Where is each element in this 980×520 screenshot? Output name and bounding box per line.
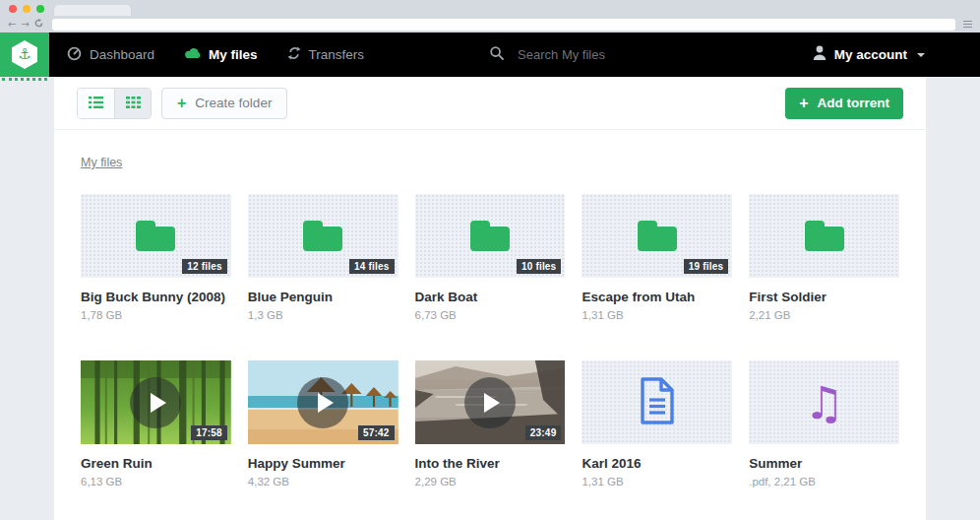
file-thumbnail[interactable]: 12 files: [81, 194, 231, 278]
folder-icon: [300, 218, 345, 255]
file-card[interactable]: 23:49Into the River2,29 GB: [415, 360, 566, 488]
plus-icon: +: [177, 96, 186, 111]
back-icon[interactable]: ←: [8, 20, 16, 30]
nav-item-label: Dashboard: [90, 47, 154, 62]
account-menu[interactable]: My account: [813, 45, 925, 64]
file-thumbnail[interactable]: 57:42: [248, 360, 398, 444]
main-panel: + Create folder + Add torrent My files 1…: [54, 77, 926, 520]
file-card[interactable]: Karl 20161,31 GB: [582, 360, 732, 488]
file-name[interactable]: First Soldier: [749, 290, 899, 304]
file-name[interactable]: Dark Boat: [415, 290, 566, 304]
file-thumbnail[interactable]: 17:58: [81, 360, 231, 444]
file-size: 6,73 GB: [415, 309, 566, 321]
file-card[interactable]: 57:42Happy Summer4,32 GB: [248, 360, 398, 488]
music-note-icon: ♫: [804, 380, 844, 425]
duration-badge: 17:58: [191, 425, 227, 440]
browser-toolbar: ← →: [0, 16, 980, 32]
file-size: 2,21 GB: [749, 309, 899, 321]
file-name[interactable]: Blue Penguin: [248, 290, 398, 304]
file-name[interactable]: Green Ruin: [81, 456, 231, 471]
file-name[interactable]: Into the River: [415, 456, 566, 471]
nav-item-label: Transfers: [309, 47, 365, 62]
file-count-badge: 19 files: [684, 259, 729, 274]
nav-item-label: My files: [209, 47, 258, 62]
file-grid: 12 filesBig Buck Bunny (2008)1,78 GB14 f…: [81, 194, 899, 488]
browser-chrome: ← →: [0, 0, 980, 32]
file-name[interactable]: Karl 2016: [582, 456, 732, 471]
file-thumbnail[interactable]: 19 files: [582, 194, 732, 278]
file-thumbnail[interactable]: ♫: [749, 360, 899, 444]
files-content: My files 12 filesBig Buck Bunny (2008)1,…: [54, 130, 926, 488]
file-count-badge: 10 files: [517, 259, 562, 274]
file-card[interactable]: 17:58Green Ruin6,13 GB: [81, 360, 231, 488]
cloud-icon: [184, 47, 201, 62]
file-card[interactable]: First Soldier2,21 GB: [749, 194, 899, 321]
browser-tab[interactable]: [54, 5, 131, 16]
file-name[interactable]: Big Buck Bunny (2008): [81, 290, 231, 304]
nav-item-my-files[interactable]: My files: [184, 47, 258, 62]
file-card[interactable]: 12 filesBig Buck Bunny (2008)1,78 GB: [81, 194, 231, 321]
minimize-window-icon[interactable]: [23, 5, 31, 13]
app-navbar: ⚓ Dashboard My files Transfers: [0, 32, 980, 77]
file-name[interactable]: Escape from Utah: [582, 290, 732, 304]
search-input[interactable]: [518, 47, 695, 62]
gauge-icon: [67, 46, 82, 64]
create-folder-label: Create folder: [195, 96, 272, 110]
close-window-icon[interactable]: [9, 5, 17, 13]
maximize-window-icon[interactable]: [36, 5, 44, 13]
file-card[interactable]: 14 filesBlue Penguin1,3 GB: [248, 194, 398, 321]
forward-icon[interactable]: →: [21, 20, 29, 30]
file-thumbnail[interactable]: 10 files: [415, 194, 566, 278]
account-label: My account: [834, 47, 907, 62]
file-card[interactable]: ♫Summer.pdf, 2,21 GB: [749, 360, 899, 488]
file-thumbnail[interactable]: [582, 360, 732, 444]
search: [490, 46, 695, 64]
file-size: 1,78 GB: [81, 309, 231, 321]
file-size: 1,31 GB: [582, 309, 732, 321]
file-name[interactable]: Summer: [749, 456, 899, 471]
sync-icon: [287, 46, 301, 63]
browser-tab-strip: [0, 0, 980, 16]
files-toolbar: + Create folder + Add torrent: [54, 77, 926, 130]
file-thumbnail[interactable]: 23:49: [415, 360, 566, 444]
grid-view-button[interactable]: [114, 89, 151, 118]
nav-item-dashboard[interactable]: Dashboard: [67, 46, 154, 64]
file-thumbnail[interactable]: 14 files: [248, 194, 398, 278]
create-folder-button[interactable]: + Create folder: [161, 88, 287, 119]
list-view-icon: [89, 95, 103, 112]
file-count-badge: 12 files: [182, 259, 227, 274]
file-thumbnail[interactable]: [749, 194, 899, 278]
person-icon: [813, 45, 827, 64]
nav-item-transfers[interactable]: Transfers: [287, 46, 365, 63]
browser-menu-icon[interactable]: [963, 21, 972, 29]
url-bar[interactable]: [52, 19, 955, 31]
play-icon[interactable]: [130, 377, 181, 428]
window-controls[interactable]: [9, 5, 44, 13]
chevron-down-icon: [917, 53, 925, 57]
file-size: 4,32 GB: [248, 476, 398, 488]
breadcrumb[interactable]: My files: [81, 156, 122, 169]
add-torrent-button[interactable]: + Add torrent: [785, 88, 903, 119]
hexagon-badge: ⚓: [12, 40, 37, 69]
file-size: 1,3 GB: [248, 309, 398, 321]
folder-icon: [635, 218, 680, 255]
file-size: 2,29 GB: [415, 476, 566, 488]
folder-icon: [467, 218, 513, 255]
refresh-icon[interactable]: [34, 19, 43, 30]
file-size: 1,31 GB: [582, 476, 732, 488]
list-view-button[interactable]: [78, 89, 114, 118]
file-card[interactable]: 19 filesEscape from Utah1,31 GB: [582, 194, 732, 321]
folder-icon: [133, 218, 178, 255]
primary-nav: Dashboard My files Transfers: [67, 46, 364, 64]
grid-view-icon: [126, 95, 141, 112]
file-name[interactable]: Happy Summer: [248, 456, 398, 471]
file-size: 6,13 GB: [81, 476, 231, 488]
duration-badge: 23:49: [525, 425, 562, 440]
document-icon: [637, 376, 678, 429]
play-icon[interactable]: [464, 377, 516, 428]
file-card[interactable]: 10 filesDark Boat6,73 GB: [415, 194, 566, 321]
brand-logo[interactable]: ⚓: [0, 32, 49, 77]
play-icon[interactable]: [297, 377, 348, 428]
add-torrent-label: Add torrent: [818, 96, 890, 110]
anchor-icon: ⚓: [18, 47, 31, 62]
